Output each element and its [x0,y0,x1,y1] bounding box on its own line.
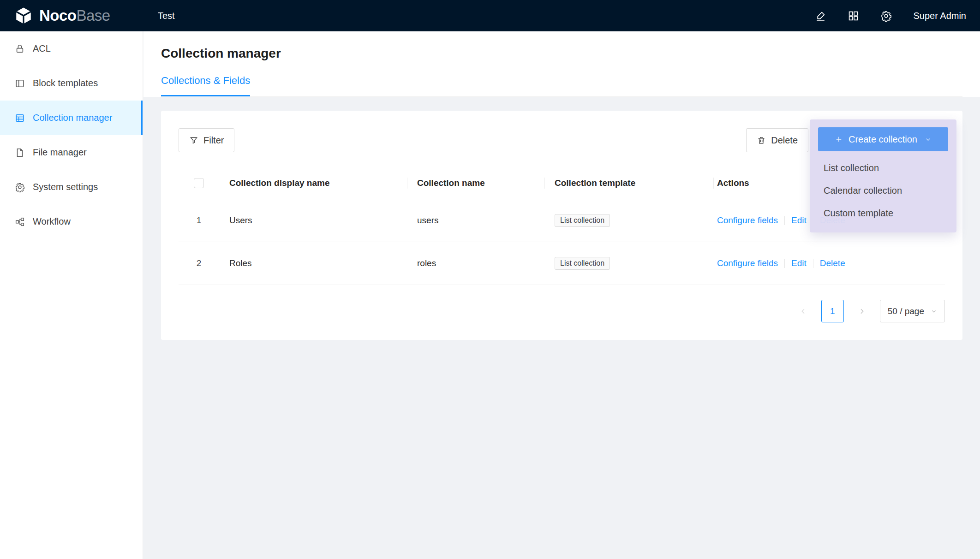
filter-button[interactable]: Filter [179,128,234,152]
sidebar-item-label: System settings [33,182,98,192]
cell-display-name: Roles [219,258,407,268]
sidebar-item-collection-manager[interactable]: Collection manager [0,101,143,135]
cell-template: List collection [544,257,713,270]
sidebar-item-system-settings[interactable]: System settings [0,170,143,204]
sidebar-item-label: ACL [33,43,51,54]
user-menu[interactable]: Super Admin [913,11,966,21]
filter-icon [189,136,198,145]
sidebar-item-label: Block templates [33,78,98,89]
tab-collections-fields[interactable]: Collections & Fields [161,75,250,96]
header-menu-test[interactable]: Test [143,0,190,31]
delete-button[interactable]: Delete [746,128,808,152]
plus-icon [835,135,843,143]
logo[interactable]: NocoBase [0,6,143,25]
divider [813,259,813,268]
col-template: Collection template [544,178,713,188]
template-tag: List collection [555,257,610,270]
configure-fields-link[interactable]: Configure fields [717,258,778,268]
next-page-button[interactable] [851,301,872,322]
page-head: Collection manager Collections & Fields [143,31,980,97]
header-right: Super Admin [815,10,980,22]
gear-icon [15,182,25,192]
plugins-grid-icon[interactable] [848,10,859,22]
select-all-checkbox[interactable] [194,178,204,188]
template-tag: List collection [555,214,610,227]
edit-link[interactable]: Edit [791,215,807,225]
toolbar-right: Delete [746,128,808,152]
main-area: Collection manager Collections & Fields … [143,31,980,559]
content-area: Filter Delete Create c [143,97,980,559]
table-row: 2 Roles roles List collection Configure … [179,242,945,285]
sidebar: ACL Block templates Collection manager F… [0,31,143,559]
page-title: Collection manager [161,46,962,61]
row-index: 1 [179,215,219,226]
menu-item-calendar-collection[interactable]: Calendar collection [818,179,948,202]
table-icon [15,113,25,123]
menu-item-custom-template[interactable]: Custom template [818,202,948,225]
menu-item-list-collection[interactable]: List collection [818,157,948,179]
sidebar-item-label: Workflow [33,216,71,227]
delete-link[interactable]: Delete [820,258,845,268]
app-header: NocoBase Test Super Admin [0,0,980,31]
collections-card: Filter Delete Create c [161,111,962,340]
cell-template: List collection [544,214,713,227]
col-display-name: Collection display name [219,178,407,188]
pagination: 1 50 / page [179,300,945,322]
cell-actions: Configure fieldsEditDelete [713,258,945,268]
edit-link[interactable]: Edit [791,258,807,268]
sidebar-item-acl[interactable]: ACL [0,31,143,66]
sidebar-item-file-manager[interactable]: File manager [0,135,143,170]
create-collection-menu: List collection Calendar collection Cust… [818,157,948,225]
lock-icon [15,44,25,54]
page-size-select[interactable]: 50 / page [880,300,945,322]
col-name: Collection name [407,178,544,188]
workflow-icon [15,217,25,227]
create-collection-dropdown: Create collection List collection Calend… [810,119,956,232]
chevron-down-icon [925,136,932,143]
row-index: 2 [179,258,219,268]
cell-display-name: Users [219,215,407,226]
cell-name: users [407,215,544,226]
divider [784,259,785,268]
ui-editor-pen-icon[interactable] [815,10,826,22]
nocobase-logo-icon [14,6,33,25]
logo-text: NocoBase [39,7,110,24]
file-icon [15,148,25,158]
divider [784,216,785,225]
cell-name: roles [407,258,544,268]
sidebar-item-workflow[interactable]: Workflow [0,204,143,239]
configure-fields-link[interactable]: Configure fields [717,215,778,225]
chevron-left-icon [800,308,807,315]
chevron-down-icon [931,308,937,315]
chevron-right-icon [858,308,866,315]
sidebar-item-label: File manager [33,147,87,158]
page-number-1[interactable]: 1 [821,300,844,322]
create-collection-button[interactable]: Create collection [818,127,948,151]
prev-page-button[interactable] [793,301,814,322]
sidebar-item-label: Collection manager [33,113,112,123]
trash-icon [757,136,766,145]
settings-gear-icon[interactable] [880,10,892,22]
sidebar-item-block-templates[interactable]: Block templates [0,66,143,101]
layout-icon [15,78,25,89]
select-all-cell [179,178,219,188]
tabs-bar: Collections & Fields [161,75,962,97]
